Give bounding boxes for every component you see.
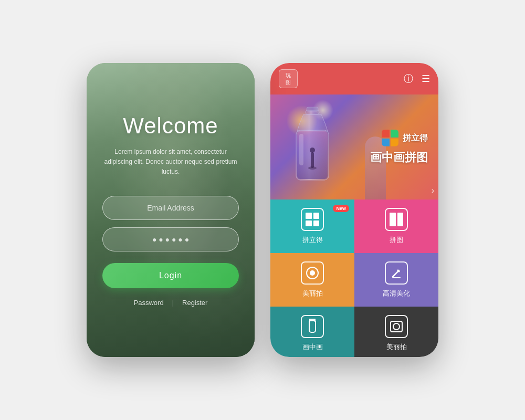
grid-label-huazhonghua: 画中画: [302, 342, 323, 352]
grid-cell-huazhonghua[interactable]: 画中画: [270, 307, 354, 357]
grid-label-gaoqing: 高清美化: [383, 289, 410, 298]
login-form: Welcome Lorem ipsum dolor sit amet, cons…: [87, 63, 255, 357]
password-input[interactable]: [102, 227, 239, 251]
grid-icon-meilipai: [301, 261, 324, 285]
grid-icon-pinjiu: [385, 208, 408, 231]
svg-rect-7: [299, 134, 303, 165]
separator: |: [172, 299, 174, 307]
banner-subtitle: 画中画拼图: [370, 151, 428, 164]
app-header: 玩 图 ⓘ ☰: [270, 63, 438, 94]
grid-cell-gaoqing[interactable]: 高清美化: [354, 253, 438, 307]
grid-label-meilipai2: 美丽拍: [386, 342, 407, 352]
header-icons: ⓘ ☰: [404, 72, 430, 85]
banner-text-area: 拼立得 画中画拼图: [370, 130, 428, 164]
menu-icon[interactable]: ☰: [422, 73, 430, 85]
email-input[interactable]: [102, 196, 239, 220]
svg-point-6: [310, 148, 315, 153]
auth-links: Password | Register: [134, 299, 208, 307]
app-banner: 拼立得 画中画拼图 ›: [270, 94, 438, 200]
grid-label-meilipai: 美丽拍: [302, 289, 323, 298]
new-badge: New: [333, 205, 349, 212]
banner-arrow[interactable]: ›: [432, 186, 434, 195]
grid-icon-meilipai2: [385, 315, 408, 338]
banner-app-icon: 拼立得: [370, 130, 428, 146]
grid-label-pinlide: 拼立得: [302, 235, 323, 245]
welcome-title: Welcome: [123, 113, 218, 139]
grid-cell-pinlide[interactable]: New 拼立得: [270, 200, 354, 253]
left-phone: Welcome Lorem ipsum dolor sit amet, cons…: [87, 63, 255, 357]
bottle-illustration: [281, 100, 344, 194]
help-icon[interactable]: ⓘ: [404, 72, 413, 85]
welcome-subtitle: Lorem ipsum dolor sit amet, consectetur …: [102, 147, 239, 177]
app-menu-grid: New 拼立得 拼图 美丽拍: [270, 200, 438, 357]
grid-cell-meilipai[interactable]: 美丽拍: [270, 253, 354, 307]
app-icon-colorful: [382, 130, 398, 146]
app-logo: 玩 图: [279, 69, 298, 88]
svg-rect-5: [311, 152, 314, 168]
grid-cell-pinjiu[interactable]: 拼图: [354, 200, 438, 253]
grid-icon-pinlide: [301, 208, 324, 231]
grid-icon-huazhonghua: [301, 315, 324, 338]
right-phone: 玩 图 ⓘ ☰: [270, 63, 438, 357]
register-link[interactable]: Register: [182, 299, 207, 307]
svg-rect-8: [307, 107, 318, 111]
login-button[interactable]: Login: [102, 263, 239, 288]
password-link[interactable]: Password: [134, 299, 164, 307]
banner-app-name: 拼立得: [403, 132, 428, 143]
grid-cell-meilipai2[interactable]: 美丽拍: [354, 307, 438, 357]
grid-label-pinjiu: 拼图: [390, 235, 403, 245]
grid-icon-gaoqing: [385, 261, 408, 285]
